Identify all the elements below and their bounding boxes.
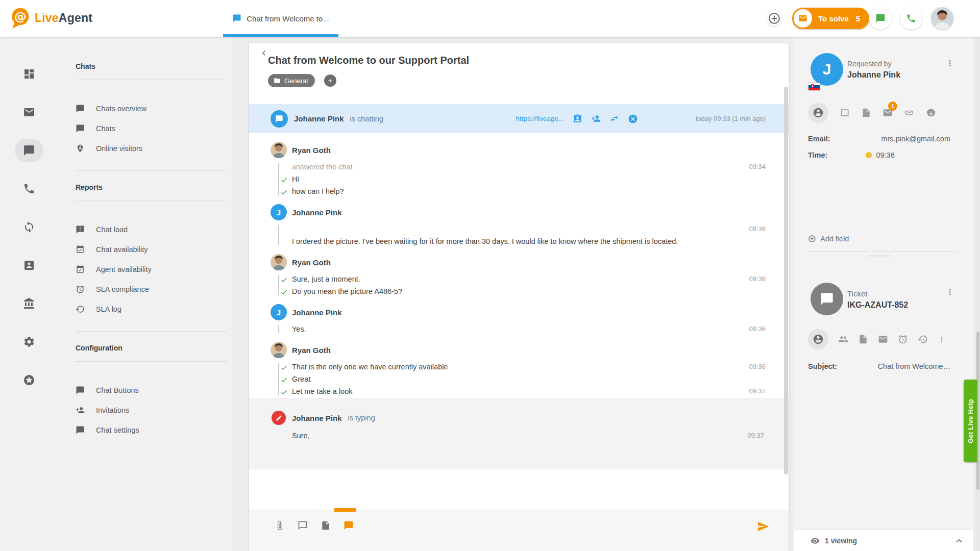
- requester-mail-button[interactable]: 1: [883, 108, 893, 118]
- new-ticket-button[interactable]: [767, 11, 782, 26]
- sidebar-item-chats-overview[interactable]: Chats overview: [60, 98, 232, 118]
- nav-calls-button[interactable]: [15, 177, 43, 201]
- sidebar-section-title: Configuration: [60, 344, 232, 354]
- chat-tab-button[interactable]: [344, 520, 354, 531]
- viewing-bar: 1 viewing: [794, 530, 973, 551]
- calendar-check-icon: [76, 245, 85, 254]
- sidebar-item-sla-compliance[interactable]: SLA compliance: [60, 279, 232, 299]
- top-bar: @ LiveAgent Chat from Welcome to... To s…: [0, 0, 980, 37]
- message-group: J Johanne Pink 09:36 I ordered the pictu…: [249, 204, 766, 247]
- nav-chats-button[interactable]: [15, 139, 43, 162]
- mailchimp-icon: [925, 107, 937, 118]
- ticket-files-button[interactable]: [858, 334, 868, 344]
- visitor-state: is chatting: [350, 115, 383, 123]
- message-time: 09:36: [720, 223, 766, 235]
- ticket-mail-button[interactable]: [878, 334, 888, 344]
- get-live-help-tab[interactable]: Get Live Help: [964, 380, 977, 462]
- sidebar-item-agent-availability[interactable]: Agent availability: [60, 259, 232, 279]
- sidebar-item-chat-load[interactable]: Chat load: [60, 219, 232, 239]
- time-value: 09:36: [876, 151, 894, 159]
- sidebar-item-chats[interactable]: Chats: [60, 118, 232, 138]
- nav-dashboard-button[interactable]: [15, 62, 43, 86]
- delivered-check-icon: [280, 287, 288, 296]
- chat-icon: [23, 144, 35, 157]
- window-icon: [840, 108, 850, 118]
- send-button[interactable]: [757, 520, 769, 533]
- ticket-more-actions-button[interactable]: [938, 335, 946, 343]
- nav-rail: [0, 37, 60, 551]
- add-field-button[interactable]: Add field: [808, 235, 849, 243]
- chat-scrollbar[interactable]: [784, 87, 788, 474]
- sidebar-item-chat-settings[interactable]: Chat settings: [60, 420, 232, 440]
- to-solve-button[interactable]: To solve 5: [792, 8, 869, 29]
- requester-name: Johanne Pink: [847, 70, 900, 80]
- transfer-chat-button[interactable]: [609, 114, 619, 123]
- nav-tickets-button[interactable]: [15, 101, 43, 124]
- requester-link-button[interactable]: [904, 108, 914, 118]
- nav-automation-button[interactable]: [15, 215, 43, 239]
- end-chat-button[interactable]: [628, 114, 638, 124]
- ticket-more-button[interactable]: [944, 286, 956, 298]
- delivered-check-icon: [280, 375, 288, 384]
- chats-sidebar: Chats Chats overview Chats Online visito…: [60, 37, 232, 551]
- liveagent-app: @ LiveAgent Chat from Welcome to... To s…: [0, 0, 980, 551]
- sidebar-item-chat-buttons[interactable]: Chat Buttons: [60, 380, 232, 400]
- user-avatar[interactable]: [931, 7, 953, 30]
- reply-tab-button[interactable]: [298, 520, 308, 531]
- note-tab-button[interactable]: [321, 520, 331, 531]
- sidebar-item-sla-log[interactable]: SLA log: [60, 299, 232, 319]
- file-icon: [861, 108, 871, 118]
- nav-upgrade-button[interactable]: [15, 368, 43, 392]
- sidebar-item-chat-availability[interactable]: Chat availability: [60, 239, 232, 259]
- requester-tickets-button[interactable]: [861, 108, 871, 118]
- requester-profile-button[interactable]: [808, 103, 828, 123]
- sidebar-item-invitations[interactable]: Invitations: [60, 400, 232, 420]
- more-vert-icon: [938, 335, 946, 343]
- message-time: 09:34: [720, 161, 766, 173]
- plus-circle-icon: [768, 12, 781, 25]
- visitor-avatar: J: [271, 204, 287, 220]
- nav-departments-button[interactable]: [15, 292, 43, 315]
- phone-icon: [906, 13, 916, 23]
- message-time: 09:36: [720, 361, 766, 373]
- chat-status-bar: Johanne Pink is chatting https://liveage…: [249, 104, 789, 133]
- mail-icon: [23, 106, 35, 118]
- chat-icon: [76, 124, 85, 133]
- nav-contacts-button[interactable]: [15, 254, 43, 277]
- chat-outline-icon: [298, 520, 308, 531]
- invite-agent-button[interactable]: [591, 114, 601, 123]
- svg-text:@: @: [14, 9, 27, 23]
- requester-browser-button[interactable]: [840, 108, 850, 118]
- group-icon: [838, 334, 848, 344]
- sidebar-item-online-visitors[interactable]: Online visitors: [60, 138, 232, 158]
- message-input-area[interactable]: [249, 469, 789, 510]
- calls-status-button[interactable]: [900, 7, 922, 30]
- mailchimp-button[interactable]: [925, 107, 937, 118]
- agent-avatar: [271, 342, 287, 358]
- collapse-button[interactable]: [953, 535, 965, 546]
- person-add-icon: [591, 114, 601, 123]
- nav-settings-button[interactable]: [15, 330, 43, 354]
- envelope-icon: [794, 9, 812, 28]
- get-live-help-label: Get Live Help: [967, 399, 974, 443]
- add-tag-button[interactable]: [324, 74, 336, 87]
- ticket-history-button[interactable]: [918, 334, 928, 344]
- attachment-button[interactable]: [275, 520, 285, 531]
- visitor-url-link[interactable]: https://liveage...: [516, 115, 564, 122]
- ticket-tab[interactable]: Chat from Welcome to...: [223, 0, 338, 37]
- mail-icon: [878, 334, 888, 344]
- contact-card-icon: [23, 259, 35, 271]
- department-tag[interactable]: General: [268, 74, 315, 87]
- pencil-icon: [272, 411, 286, 425]
- requester-more-button[interactable]: [944, 57, 956, 69]
- message-text: Great: [292, 373, 720, 385]
- chats-status-button[interactable]: [869, 7, 892, 30]
- history-icon: [76, 305, 85, 314]
- ticket-agents-button[interactable]: [838, 334, 848, 344]
- delivered-check-icon: [280, 387, 288, 396]
- message-group: Ryan Goth That is the only one we have c…: [249, 341, 766, 397]
- chat-bubble-icon: [271, 110, 288, 128]
- ticket-sla-button[interactable]: [898, 334, 908, 344]
- ticket-requester-button[interactable]: [808, 329, 828, 349]
- visitor-details-button[interactable]: [573, 114, 582, 123]
